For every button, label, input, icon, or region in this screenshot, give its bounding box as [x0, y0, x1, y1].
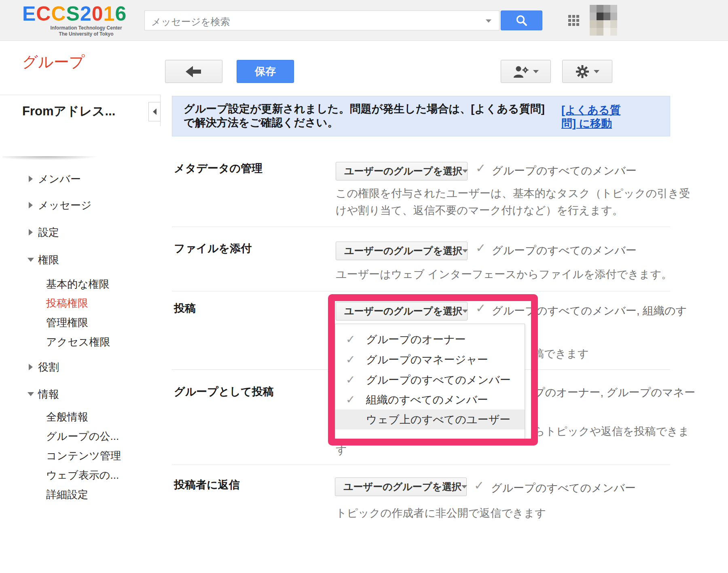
sidebar-item-label: ウェブ表示の...: [46, 468, 119, 482]
row-label-attach: ファイルを添付: [174, 241, 252, 256]
dropdown-arrow-icon: [461, 485, 467, 488]
banner-message: グループ設定が更新されました。問題が発生した場合は、[よくある質問] で解決方法…: [184, 102, 572, 129]
collapse-left-icon: [153, 108, 157, 115]
metadata-group-select[interactable]: ユーザーのグループを選択: [336, 162, 468, 180]
logo-letter: E: [22, 2, 36, 25]
sidebar-item-moderation-permissions[interactable]: 管理権限: [0, 315, 192, 330]
logo-letter: 1: [104, 2, 115, 25]
sidebar-item-label: メンバー: [38, 172, 81, 186]
sidebar-item-label: 投稿権限: [46, 296, 88, 310]
logo-subtitle: Information Technology Center The Univer…: [36, 25, 137, 37]
logo-letter: 0: [92, 2, 104, 25]
logo-subtitle-line2: The University of Tokyo: [36, 31, 137, 37]
sidebar-item-messages[interactable]: メッセージ: [0, 198, 169, 212]
check-icon: ✓: [476, 241, 486, 255]
dropdown-arrow-icon: [594, 70, 599, 73]
avatar[interactable]: [590, 5, 617, 36]
select-label: ユーザーのグループを選択: [343, 480, 461, 493]
sidebar-item-label: 全般情報: [46, 410, 88, 424]
select-label: ユーザーのグループを選択: [344, 165, 462, 178]
sidebar-item-label: 管理権限: [46, 316, 88, 330]
expand-right-icon[interactable]: [23, 364, 38, 370]
select-label: ユーザーのグループを選択: [344, 244, 462, 257]
sidebar-item-general-info[interactable]: 全般情報: [0, 410, 192, 424]
annotation-highlight-box: [328, 294, 538, 446]
banner-message-line1: グループ設定が更新されました。問題が発生した場合は、[よくある質問]: [184, 102, 572, 116]
sidebar-item-label: メッセージ: [38, 198, 91, 212]
expand-right-icon[interactable]: [23, 176, 38, 182]
sidebar-item-label: グループの公...: [46, 429, 119, 444]
sidebar-top-border: [0, 95, 160, 95]
apps-grid-icon[interactable]: [568, 15, 580, 27]
eccs2016-logo: ECCS2016: [22, 2, 127, 25]
page-title: グループ: [22, 52, 85, 72]
sidebar-item-label: 基本的な権限: [46, 277, 110, 291]
dropdown-arrow-icon: [462, 249, 468, 253]
back-button[interactable]: [165, 60, 222, 83]
sidebar-item-label: 役割: [38, 360, 59, 374]
gear-icon: [575, 64, 590, 79]
sidebar-item-basic-permissions[interactable]: 基本的な権限: [0, 277, 192, 291]
back-arrow-icon: [185, 65, 203, 78]
row-divider: [172, 465, 670, 465]
attach-selected-value: グループのすべてのメンバー: [492, 243, 637, 258]
post-as-group-description-fragment: らトピックや返信を投稿できま: [534, 424, 689, 439]
reply-group-select[interactable]: ユーザーのグループを選択: [335, 478, 467, 496]
logo-letter: C: [36, 2, 51, 25]
sidebar-item-settings[interactable]: 設定: [0, 225, 169, 240]
reply-description: トピックの作成者に非公開で返信できます: [336, 506, 546, 520]
search-icon: [515, 14, 529, 28]
sidebar-item-label: 詳細設定: [46, 488, 88, 502]
sidebar-item-group-visibility[interactable]: グループの公...: [0, 429, 192, 444]
row-label-post: 投稿: [174, 301, 196, 316]
collapse-down-icon[interactable]: [23, 392, 38, 396]
person-gear-icon: [513, 65, 529, 79]
row-divider: [172, 227, 670, 227]
search-button[interactable]: [501, 11, 542, 30]
banner-message-line2: で解決方法をご確認ください。: [184, 116, 572, 129]
sidebar-item-members[interactable]: メンバー: [0, 172, 169, 186]
logo-letter: C: [51, 2, 66, 25]
logo-letter: 2: [80, 2, 92, 25]
post-as-group-value-fragment: プのオーナー, グループのマネー: [534, 385, 695, 400]
expand-right-icon[interactable]: [23, 202, 38, 208]
search-options-arrow-icon[interactable]: [486, 19, 491, 23]
sidebar-item-advanced-settings[interactable]: 詳細設定: [0, 487, 192, 502]
row-label-post-as-group: グループとして投稿: [174, 384, 274, 399]
sidebar-item-label: アクセス権限: [46, 335, 110, 349]
post-description-fragment: 稿できます: [533, 346, 589, 361]
dropdown-arrow-icon: [462, 170, 468, 173]
attach-group-select[interactable]: ユーザーのグループを選択: [336, 242, 468, 260]
expand-right-icon[interactable]: [23, 229, 38, 236]
metadata-selected-value: グループのすべてのメンバー: [492, 163, 637, 178]
sidebar-item-access-permissions[interactable]: アクセス権限: [0, 335, 192, 349]
update-notification-banner: グループ設定が更新されました。問題が発生した場合は、[よくある質問] で解決方法…: [172, 96, 670, 136]
attach-description: ユーザーはウェブ インターフェースからファイルを添付できます。: [336, 267, 672, 282]
sidebar-item-web-display[interactable]: ウェブ表示の...: [0, 468, 192, 482]
sidebar-item-permissions[interactable]: 権限: [0, 253, 169, 267]
row-label-reply: 投稿者に返信: [174, 478, 240, 492]
google-groups-settings-page: ECCS2016 Information Technology Center T…: [0, 0, 728, 573]
save-button[interactable]: 保存: [237, 60, 294, 83]
sidebar-item-posting-permissions[interactable]: 投稿権限: [0, 296, 192, 310]
sidebar-item-roles[interactable]: 役割: [0, 360, 169, 374]
search-placeholder: メッセージを検索: [151, 15, 230, 28]
settings-menu-button[interactable]: [562, 60, 612, 83]
sidebar-header-shadow: [2, 156, 128, 162]
collapse-down-icon[interactable]: [23, 258, 38, 262]
members-menu-button[interactable]: [501, 60, 551, 83]
sidebar-collapse-button[interactable]: [148, 102, 161, 121]
logo-subtitle-line1: Information Technology Center: [36, 25, 137, 31]
logo-letter: 6: [115, 2, 127, 25]
logo-letter: S: [66, 2, 80, 25]
search-input[interactable]: メッセージを検索: [144, 11, 499, 30]
dropdown-arrow-icon: [533, 70, 539, 73]
save-button-label: 保存: [255, 64, 276, 79]
row-label-metadata: メタデータの管理: [174, 161, 262, 176]
sidebar-item-label: コンテンツ管理: [46, 449, 121, 463]
sidebar-item-information[interactable]: 情報: [0, 387, 169, 401]
sidebar-item-content-management[interactable]: コンテンツ管理: [0, 448, 192, 463]
check-icon: ✓: [476, 161, 486, 175]
sidebar-item-label: 情報: [38, 387, 59, 401]
faq-link[interactable]: [よくある質問] に移動: [561, 104, 633, 130]
